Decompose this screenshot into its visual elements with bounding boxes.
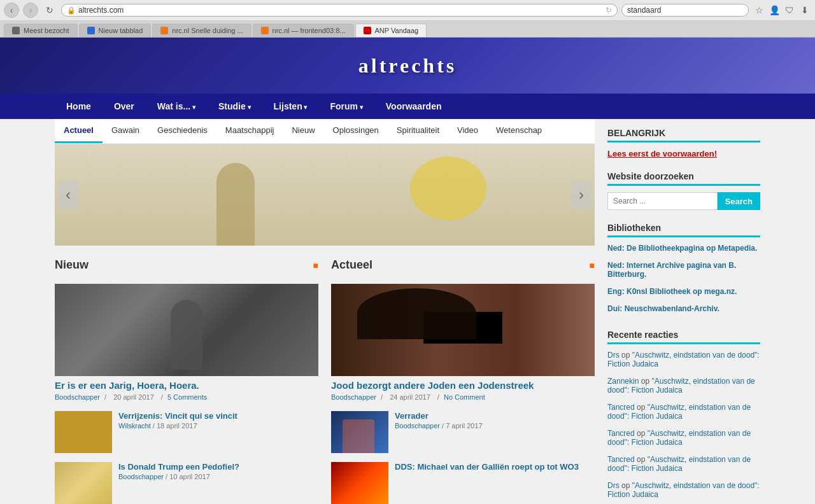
nav-item-home[interactable]: Home: [55, 94, 103, 119]
tab-nieuw-tabblad[interactable]: Nieuw tabblad: [79, 24, 152, 37]
tab-spiritualiteit[interactable]: Spiritualiteit: [388, 119, 448, 143]
actueel-article-1-author[interactable]: Boodschapper: [395, 422, 440, 430]
tab-nrc1[interactable]: nrc.nl Snelle duiding ...: [152, 24, 251, 37]
browser-search-bar[interactable]: standaard: [621, 4, 749, 17]
nav-item-studie[interactable]: Studie: [207, 94, 262, 119]
actueel-article-1-title[interactable]: Verrader: [395, 411, 595, 421]
nav-item-forum[interactable]: Forum: [318, 94, 374, 119]
sidebar-library-link-1[interactable]: Ned: Internet Archive pagina van B. Bitt…: [607, 261, 760, 283]
tab-maatschappij[interactable]: Maatschappij: [216, 119, 283, 143]
nav-item-wat-is[interactable]: Wat is...: [146, 94, 207, 119]
recent-comment-4: Tancred op "Auschwitz, eindstation van d…: [607, 455, 760, 477]
actueel-article-2-thumb: [331, 462, 388, 504]
nieuw-section-title: Nieuw: [55, 258, 89, 272]
nav-item-over[interactable]: Over: [103, 94, 146, 119]
search-input[interactable]: [607, 192, 718, 210]
recent-comment-5-author[interactable]: Drs: [607, 481, 620, 490]
sidebar-library-link-3[interactable]: Dui: Neuschwabenland-Archiv.: [607, 304, 760, 317]
tab-nrc2[interactable]: nrc.nl — frontend03:8...: [253, 24, 354, 37]
star-icon[interactable]: ☆: [753, 4, 765, 17]
search-button[interactable]: Search: [718, 192, 760, 210]
forward-button[interactable]: ›: [23, 3, 38, 18]
actueel-article-1: Verrader Boodschapper / 7 april 2017: [331, 411, 595, 453]
hero-decoration: [410, 157, 486, 220]
actueel-featured-separator2: /: [437, 393, 441, 401]
sidebar-recent-comments-divider: [607, 342, 760, 344]
shield-icon[interactable]: 🛡: [783, 4, 796, 17]
nav-link-forum[interactable]: Forum: [318, 94, 374, 119]
sidebar-warning-link[interactable]: Lees eerst de voorwaarden!: [607, 149, 760, 158]
hero-background: [55, 144, 595, 246]
address-bar[interactable]: 🔒 altrechts.com ↻: [61, 4, 618, 17]
nieuw-article-1-title[interactable]: Verrijzenis: Vincit qui se vincit: [118, 411, 318, 421]
recent-comment-5-action: op: [621, 481, 632, 490]
refresh-button[interactable]: ↻: [42, 3, 57, 18]
tab-wetenschap[interactable]: Wetenschap: [487, 119, 551, 143]
nav-link-voorwaarden[interactable]: Voorwaarden: [374, 94, 453, 119]
hero-prev-button[interactable]: ‹: [58, 181, 78, 209]
nav-link-lijsten[interactable]: Lijsten: [262, 94, 319, 119]
recent-comment-0-author[interactable]: Drs: [607, 351, 620, 360]
nieuw-article-2: Is Donald Trump een Pedofiel? Boodschapp…: [55, 462, 318, 504]
address-text: altrechts.com: [78, 6, 124, 15]
actueel-article-2-title[interactable]: DDS: Michael van der Galliën roept op to…: [395, 462, 595, 472]
nieuw-featured-image: [55, 284, 318, 376]
nav-link-studie[interactable]: Studie: [207, 94, 262, 119]
hero-person: [216, 163, 255, 246]
nav-link-over[interactable]: Over: [103, 94, 146, 119]
nieuw-featured-author[interactable]: Boodschapper: [55, 393, 100, 401]
actueel-featured-author[interactable]: Boodschapper: [331, 393, 376, 401]
actueel-featured-comments[interactable]: No Comment: [444, 393, 485, 401]
recent-comment-1-author[interactable]: Zannekin: [607, 377, 639, 386]
nav-link-home[interactable]: Home: [55, 94, 103, 119]
site-wrapper: altrechts Home Over Wat is... Studie Lij…: [0, 38, 815, 504]
nieuw-article-1-date: 18 april 2017: [157, 422, 197, 430]
recent-comment-3-author[interactable]: Tancred: [607, 429, 635, 438]
tab-nieuw[interactable]: Nieuw: [283, 119, 323, 143]
download-icon[interactable]: ⬇: [798, 4, 811, 17]
recent-comment-3-action: op: [637, 429, 648, 438]
nieuw-article-1-author[interactable]: Wilskracht: [118, 422, 151, 430]
nav-link-wat-is[interactable]: Wat is...: [146, 94, 207, 119]
sidebar-library-link-2[interactable]: Eng: K0nsl Bibliotheek op mega.nz.: [607, 287, 760, 300]
sidebar-library-link-0[interactable]: Ned: De Bibliotheekpagina op Metapedia.: [607, 244, 760, 257]
main-content: Actueel Gawain Geschiedenis Maatschappij…: [55, 119, 595, 504]
nieuw-article-2-title[interactable]: Is Donald Trump een Pedofiel?: [118, 462, 318, 472]
nieuw-article-2-author[interactable]: Boodschapper: [118, 473, 164, 480]
tab-geschiedenis[interactable]: Geschiedenis: [148, 119, 216, 143]
nieuw-featured-separator2: /: [161, 393, 165, 401]
tab-favicon-nieuw: [87, 27, 95, 34]
tab-anp[interactable]: ANP Vandaag: [355, 24, 427, 37]
hero-next-button[interactable]: ›: [571, 181, 592, 209]
recent-comment-2-author[interactable]: Tancred: [607, 403, 635, 412]
nav-item-lijsten[interactable]: Lijsten: [262, 94, 319, 119]
tab-oplossingen[interactable]: Oplossingen: [324, 119, 388, 143]
tab-label-anp: ANP Vandaag: [375, 27, 419, 34]
nieuw-article-2-info: Is Donald Trump een Pedofiel? Boodschapp…: [118, 462, 318, 504]
tab-actueel[interactable]: Actueel: [55, 119, 103, 143]
actueel-featured-title[interactable]: Jood bezorgt andere Joden een Jodenstree…: [331, 380, 595, 391]
actueel-rss-icon[interactable]: ■: [590, 260, 595, 270]
recent-comment-4-author[interactable]: Tancred: [607, 455, 635, 464]
tab-meest-bezocht[interactable]: Meest bezocht: [4, 24, 78, 37]
nieuw-featured-date: 20 april 2017: [113, 393, 154, 401]
nieuw-rss-icon[interactable]: ■: [313, 260, 318, 270]
sidebar-important: BELANGRIJK Lees eerst de voorwaarden!: [607, 128, 760, 158]
search-box: Search: [607, 192, 760, 210]
main-navigation: Home Over Wat is... Studie Lijsten Forum…: [0, 94, 815, 119]
user-icon[interactable]: 👤: [768, 4, 781, 17]
nav-item-voorwaarden[interactable]: Voorwaarden: [374, 94, 453, 119]
actueel-section-header: Actueel ■: [331, 258, 595, 276]
back-button[interactable]: ‹: [4, 3, 19, 18]
actueel-featured-article: Jood bezorgt andere Joden een Jodenstree…: [331, 284, 595, 401]
tab-gawain[interactable]: Gawain: [103, 119, 148, 143]
recent-comment-2: Tancred op "Auschwitz, eindstation van d…: [607, 403, 760, 425]
nieuw-featured-title[interactable]: Er is er een Jarig, Hoera, Hoera.: [55, 380, 318, 391]
category-tabs: Actueel Gawain Geschiedenis Maatschappij…: [55, 119, 595, 144]
tab-label-meest: Meest bezocht: [24, 27, 69, 34]
recent-comment-1-action: op: [641, 377, 652, 386]
recent-comment-4-action: op: [637, 455, 648, 464]
nieuw-featured-comments[interactable]: 5 Comments: [167, 393, 207, 401]
tab-video[interactable]: Video: [448, 119, 487, 143]
sidebar-bibliotheken-title: Bibliotheken: [607, 223, 760, 233]
